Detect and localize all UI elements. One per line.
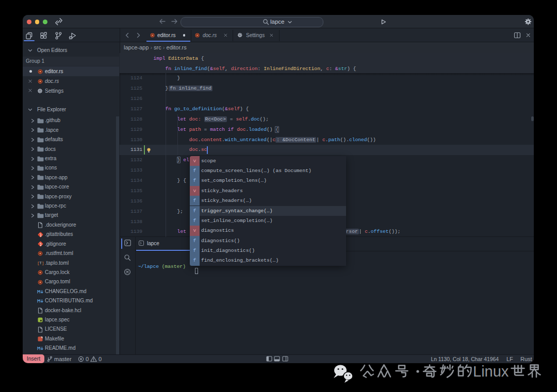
svg-text:Linux: Linux (473, 363, 509, 380)
